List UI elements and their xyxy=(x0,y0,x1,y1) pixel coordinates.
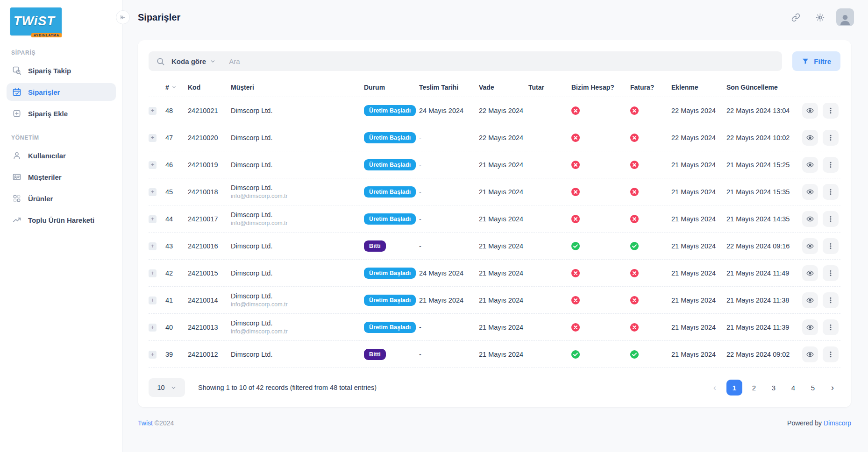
expand-row-button[interactable]: + xyxy=(149,134,157,142)
expand-row-button[interactable]: + xyxy=(149,242,157,250)
table-row[interactable]: + 48 24210021 Dimscorp Ltd. Üretim Başla… xyxy=(149,97,840,124)
row-id: 47 xyxy=(165,134,186,141)
row-menu-button[interactable] xyxy=(823,346,839,362)
column-header-durum[interactable]: Durum xyxy=(364,84,417,91)
search-input[interactable] xyxy=(222,57,775,65)
view-row-button[interactable] xyxy=(802,238,818,254)
share-link-button[interactable] xyxy=(788,9,804,25)
sidebar-item-siparis-ekle[interactable]: Sipariş Ekle xyxy=(7,105,116,122)
view-row-button[interactable] xyxy=(802,184,818,200)
view-row-button[interactable] xyxy=(802,319,818,335)
view-row-button[interactable] xyxy=(802,130,818,146)
sidebar-item-musteriler[interactable]: Müşteriler xyxy=(7,168,116,186)
sidebar-item-urunler[interactable]: Ürünler xyxy=(7,190,116,207)
view-row-button[interactable] xyxy=(802,346,818,362)
twist-logo[interactable]: TWiST AYDINLATMA xyxy=(10,7,62,35)
expand-row-button[interactable]: + xyxy=(149,324,157,332)
view-row-button[interactable] xyxy=(802,157,818,173)
view-row-button[interactable] xyxy=(802,211,818,227)
chevron-down-icon xyxy=(210,58,216,64)
row-menu-button[interactable] xyxy=(823,103,839,119)
twist-footer-link[interactable]: Twist xyxy=(138,419,153,427)
expand-row-button[interactable]: + xyxy=(149,107,157,115)
column-header-kod[interactable]: Kod xyxy=(188,84,229,91)
dimscorp-link[interactable]: Dimscorp xyxy=(824,419,851,427)
x-circle-icon xyxy=(571,134,580,142)
sidebar-item-kullanicilar[interactable]: Kullanıcılar xyxy=(7,147,116,164)
sidebar-collapse-button[interactable] xyxy=(116,10,130,24)
due-date: 21 Mayıs 2024 xyxy=(479,297,526,304)
view-row-button[interactable] xyxy=(802,265,818,281)
row-menu-button[interactable] xyxy=(823,157,839,173)
table-row[interactable]: + 39 24210012 Dimscorp Ltd. Bitti - 21 M… xyxy=(149,341,840,368)
user-avatar[interactable] xyxy=(836,8,854,26)
table-row[interactable]: + 42 24210015 Dimscorp Ltd. Üretim Başla… xyxy=(149,260,840,287)
table-row[interactable]: + 40 24210013 Dimscorp Ltd. info@dimscor… xyxy=(149,314,840,341)
theme-toggle-button[interactable] xyxy=(812,9,828,25)
invoice-status xyxy=(630,188,669,196)
page-button-4[interactable]: 4 xyxy=(785,380,801,396)
customer-cell: Dimscorp Ltd. xyxy=(231,269,362,277)
column-header-id[interactable]: # xyxy=(165,84,186,91)
x-circle-icon xyxy=(630,296,639,304)
next-page-button[interactable]: › xyxy=(825,380,840,396)
nav-section: YÖNETİMKullanıcılarMüşterilerÜrünlerTopl… xyxy=(7,134,116,229)
customer-name: Dimscorp Ltd. xyxy=(231,211,362,219)
column-header-tutar[interactable]: Tutar xyxy=(528,84,569,91)
view-row-button[interactable] xyxy=(802,292,818,308)
table-row[interactable]: + 46 24210019 Dimscorp Ltd. Üretim Başla… xyxy=(149,151,840,178)
x-circle-icon xyxy=(571,161,580,169)
previous-page-button[interactable]: ‹ xyxy=(707,380,723,396)
view-row-button[interactable] xyxy=(802,103,818,119)
expand-row-button[interactable]: + xyxy=(149,188,157,196)
table-row[interactable]: + 44 24210017 Dimscorp Ltd. info@dimscor… xyxy=(149,205,840,233)
customer-name: Dimscorp Ltd. xyxy=(231,319,362,327)
updated-date: 21 Mayıs 2024 11:49 xyxy=(726,269,797,277)
row-menu-button[interactable] xyxy=(823,265,839,281)
table-row[interactable]: + 41 24210014 Dimscorp Ltd. info@dimscor… xyxy=(149,287,840,314)
delivery-date: - xyxy=(419,242,477,250)
row-menu-button[interactable] xyxy=(823,238,839,254)
vertical-dots-icon xyxy=(827,161,834,169)
row-menu-button[interactable] xyxy=(823,292,839,308)
table-row[interactable]: + 43 24210016 Dimscorp Ltd. Bitti - 21 M… xyxy=(149,233,840,260)
sidebar-item-siparis-takip[interactable]: Sipariş Takip xyxy=(7,62,116,79)
expand-row-button[interactable]: + xyxy=(149,297,157,304)
column-header-musteri[interactable]: Müşteri xyxy=(231,84,362,91)
column-header-fatura[interactable]: Fatura? xyxy=(630,84,669,91)
delivery-date: - xyxy=(419,161,477,169)
row-menu-button[interactable] xyxy=(823,184,839,200)
logo-subtext: AYDINLATMA xyxy=(31,33,62,37)
column-header-son-guncelleme[interactable]: Son Güncelleme xyxy=(726,84,797,91)
column-header-eklenme[interactable]: Eklenme xyxy=(671,84,725,91)
filter-button[interactable]: Filtre xyxy=(792,51,840,71)
expand-row-button[interactable]: + xyxy=(149,269,157,277)
customer-name: Dimscorp Ltd. xyxy=(231,292,362,300)
column-header-vade[interactable]: Vade xyxy=(479,84,526,91)
table-row[interactable]: + 45 24210018 Dimscorp Ltd. info@dimscor… xyxy=(149,178,840,205)
row-id: 39 xyxy=(165,351,186,358)
due-date: 21 Mayıs 2024 xyxy=(479,215,526,223)
page-size-select[interactable]: 10 xyxy=(149,378,185,397)
page-button-1[interactable]: 1 xyxy=(726,380,742,396)
user-icon xyxy=(12,151,21,160)
expand-row-button[interactable]: + xyxy=(149,215,157,223)
check-circle-icon xyxy=(571,242,580,250)
page-button-2[interactable]: 2 xyxy=(746,380,762,396)
page-button-3[interactable]: 3 xyxy=(766,380,782,396)
sidebar-item-toplu-urun-hareketi[interactable]: Toplu Ürün Hareketi xyxy=(7,211,116,229)
row-menu-button[interactable] xyxy=(823,211,839,227)
copyright-text: ©2024 xyxy=(155,419,174,427)
row-menu-button[interactable] xyxy=(823,130,839,146)
column-header-teslim-tarihi[interactable]: Teslim Tarihi xyxy=(419,84,477,91)
page-button-5[interactable]: 5 xyxy=(805,380,821,396)
column-header-bizim-hesap[interactable]: Bizim Hesap? xyxy=(571,84,628,91)
customer-name: Dimscorp Ltd. xyxy=(231,351,362,358)
row-menu-button[interactable] xyxy=(823,319,839,335)
sidebar-item-siparisler[interactable]: Siparişler xyxy=(7,83,116,101)
table-row[interactable]: + 47 24210020 Dimscorp Ltd. Üretim Başla… xyxy=(149,124,840,151)
nav-section-label: YÖNETİM xyxy=(7,134,116,141)
expand-row-button[interactable]: + xyxy=(149,351,157,359)
search-field-selector[interactable]: Koda göre xyxy=(171,57,216,65)
expand-row-button[interactable]: + xyxy=(149,161,157,169)
